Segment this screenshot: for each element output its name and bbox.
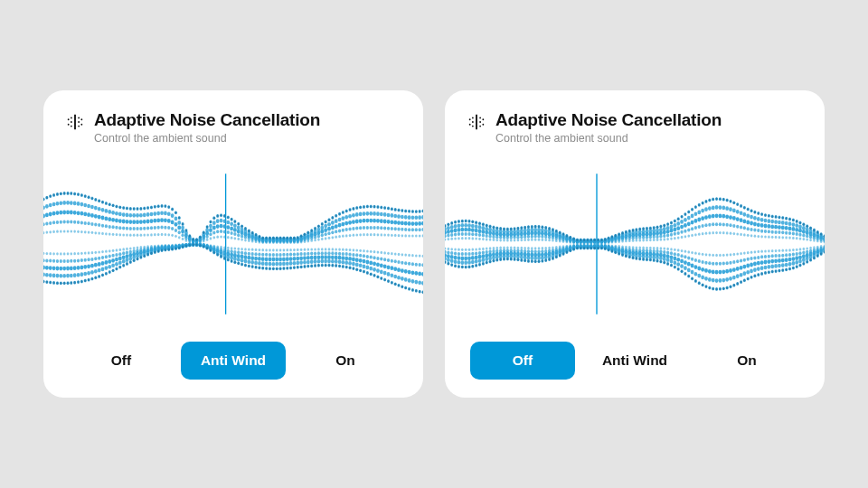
svg-point-1679	[538, 260, 541, 263]
svg-point-1522	[493, 226, 495, 229]
svg-point-1786	[569, 236, 571, 239]
svg-point-2570	[798, 233, 801, 237]
svg-point-713	[244, 255, 248, 259]
svg-point-2207	[691, 277, 693, 280]
svg-point-1174	[377, 205, 380, 208]
svg-point-2102	[663, 234, 665, 238]
svg-point-468	[175, 235, 177, 238]
svg-point-727	[247, 259, 250, 264]
svg-point-731	[248, 265, 250, 267]
svg-point-2311	[722, 278, 725, 283]
svg-point-1363	[447, 258, 450, 262]
svg-point-1486	[482, 223, 485, 226]
soundwave-icon	[467, 112, 486, 132]
mode-option-off[interactable]: Off	[470, 342, 575, 380]
svg-point-1489	[486, 247, 488, 249]
svg-point-2375	[740, 281, 742, 284]
svg-point-2486	[774, 230, 777, 234]
svg-point-348	[140, 234, 143, 237]
svg-point-1393	[458, 249, 460, 251]
svg-point-1966	[621, 231, 624, 234]
svg-point-948	[314, 239, 316, 241]
svg-point-1584	[514, 239, 516, 241]
svg-point-1350	[445, 227, 447, 231]
mode-option-on[interactable]: On	[694, 342, 799, 380]
svg-point-1510	[489, 225, 492, 228]
svg-point-1334	[469, 124, 471, 126]
svg-point-154	[80, 193, 83, 196]
svg-point-1030	[335, 214, 337, 217]
svg-point-2278	[712, 198, 714, 201]
svg-point-1382	[454, 232, 457, 236]
svg-point-2388	[747, 234, 750, 237]
svg-point-2370	[740, 211, 743, 215]
svg-point-19	[43, 272, 45, 277]
svg-point-2127	[670, 251, 673, 255]
svg-point-123	[73, 259, 76, 263]
svg-point-1044	[342, 235, 344, 238]
svg-point-1368	[450, 238, 453, 240]
svg-point-1479	[482, 251, 485, 255]
svg-point-696	[241, 238, 243, 240]
svg-point-82	[60, 192, 62, 195]
svg-point-1258	[401, 209, 404, 211]
svg-point-2219	[694, 279, 697, 282]
svg-point-1414	[461, 220, 464, 222]
svg-point-63	[56, 259, 59, 263]
svg-point-2129	[670, 255, 674, 259]
svg-point-1360	[447, 230, 450, 234]
svg-point-1235	[394, 283, 397, 286]
svg-point-1483	[481, 258, 485, 262]
svg-point-2126	[670, 233, 673, 237]
svg-point-2366	[740, 226, 742, 230]
svg-point-59	[52, 281, 55, 284]
svg-point-2458	[764, 214, 767, 217]
svg-point-598	[210, 221, 212, 223]
svg-point-1323	[421, 263, 423, 267]
svg-point-298	[122, 206, 125, 209]
svg-point-275	[116, 267, 118, 270]
mode-option-antiwind[interactable]: Anti Wind	[582, 342, 687, 380]
svg-point-2320	[725, 214, 729, 219]
svg-point-1325	[421, 272, 423, 277]
svg-point-2195	[688, 275, 691, 277]
svg-point-2224	[697, 218, 701, 222]
waveform-visual	[445, 154, 825, 334]
svg-point-2171	[681, 270, 684, 273]
svg-point-1104	[359, 233, 362, 236]
svg-point-1169	[376, 262, 380, 267]
svg-point-1082	[352, 227, 354, 230]
svg-point-242	[108, 225, 111, 229]
svg-point-1487	[482, 262, 485, 265]
svg-point-2369	[740, 266, 743, 270]
svg-point-1013	[331, 255, 335, 259]
svg-point-143	[77, 281, 80, 284]
mode-option-on[interactable]: On	[293, 342, 398, 380]
svg-point-1234	[394, 208, 397, 211]
svg-point-2340	[733, 232, 736, 235]
svg-point-2367	[740, 258, 742, 262]
svg-point-149	[80, 265, 83, 269]
mode-option-antiwind[interactable]: Anti Wind	[181, 342, 286, 380]
svg-point-1025	[335, 256, 338, 260]
svg-point-2599	[806, 257, 809, 261]
svg-point-2451	[764, 255, 767, 258]
svg-point-364	[143, 220, 146, 224]
svg-point-2247	[704, 261, 707, 265]
svg-point-2283	[715, 262, 718, 266]
mode-option-off[interactable]: Off	[69, 342, 174, 380]
svg-point-2255	[705, 286, 708, 288]
svg-point-947	[310, 265, 313, 267]
svg-point-494	[181, 233, 184, 237]
svg-point-408	[157, 233, 160, 236]
svg-point-843	[282, 253, 285, 257]
svg-point-1045	[342, 249, 344, 251]
svg-point-1106	[359, 226, 362, 230]
svg-point-328	[132, 220, 136, 224]
svg-point-1062	[344, 215, 348, 220]
svg-point-1219	[390, 273, 393, 277]
svg-point-654	[226, 221, 230, 225]
svg-point-1474	[478, 222, 481, 225]
svg-point-687	[237, 250, 240, 254]
svg-point-2429	[757, 261, 760, 266]
